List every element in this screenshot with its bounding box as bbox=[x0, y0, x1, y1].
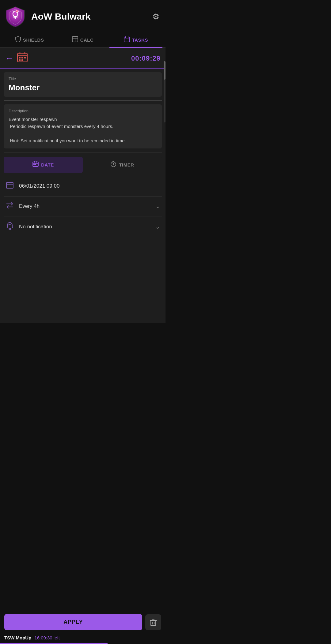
app-header: ? AoW Bulwark ⚙ bbox=[0, 0, 166, 32]
svg-rect-19 bbox=[19, 59, 21, 61]
svg-rect-20 bbox=[21, 59, 23, 61]
date-mode-label: DATE bbox=[41, 162, 54, 167]
divider-1 bbox=[4, 100, 162, 101]
repeat-value: Every 4h bbox=[19, 203, 155, 209]
tab-shields[interactable]: SHIELDS bbox=[3, 32, 56, 47]
date-mode-icon bbox=[32, 161, 39, 169]
date-icon bbox=[6, 182, 14, 191]
task-title: Monster bbox=[9, 83, 157, 92]
notification-setting-row[interactable]: No notification ⌄ bbox=[4, 216, 162, 237]
svg-rect-18 bbox=[24, 57, 26, 58]
svg-rect-8 bbox=[124, 37, 130, 42]
main-content: ← 00:09:29 Title Monster Description Eve… bbox=[0, 48, 166, 323]
tasks-icon bbox=[124, 36, 130, 44]
title-card: Title Monster bbox=[4, 72, 162, 97]
nav-tabs: SHIELDS CALC TASKS bbox=[0, 32, 166, 48]
app-title: AoW Bulwark bbox=[31, 11, 152, 22]
countdown-timer: 00:09:29 bbox=[131, 54, 161, 62]
shields-icon bbox=[15, 36, 21, 44]
tab-tasks[interactable]: TASKS bbox=[109, 32, 162, 47]
notification-value: No notification bbox=[19, 224, 155, 230]
notification-icon bbox=[6, 222, 14, 232]
title-label: Title bbox=[9, 77, 157, 81]
svg-rect-16 bbox=[19, 57, 21, 58]
sub-header: ← 00:09:29 bbox=[0, 48, 166, 69]
scroll-track[interactable] bbox=[164, 61, 166, 122]
date-setting-row[interactable]: 06/01/2021 09:00 bbox=[4, 176, 162, 197]
calendar-header-icon bbox=[17, 52, 28, 65]
repeat-icon bbox=[6, 202, 14, 211]
scroll-thumb bbox=[164, 61, 166, 80]
notification-chevron: ⌄ bbox=[155, 223, 160, 230]
description-text: Event monster respawn Periodic respawn o… bbox=[9, 116, 157, 144]
settings-section: 06/01/2021 09:00 Every 4h ⌄ No notificat… bbox=[0, 173, 166, 240]
svg-point-35 bbox=[9, 228, 11, 230]
shields-tab-label: SHIELDS bbox=[23, 37, 44, 43]
back-button[interactable]: ← bbox=[5, 54, 13, 63]
description-label: Description bbox=[9, 109, 157, 113]
svg-rect-17 bbox=[21, 57, 23, 58]
calc-tab-label: CALC bbox=[80, 37, 94, 43]
svg-rect-31 bbox=[6, 182, 13, 188]
timer-mode-icon bbox=[110, 161, 116, 169]
mode-tab-timer[interactable]: TIMER bbox=[83, 157, 162, 173]
date-value: 06/01/2021 09:00 bbox=[19, 183, 160, 189]
tab-calc[interactable]: CALC bbox=[56, 32, 109, 47]
description-card: Description Event monster respawn Period… bbox=[4, 104, 162, 148]
tasks-tab-label: TASKS bbox=[132, 37, 148, 43]
calc-icon bbox=[72, 36, 78, 44]
repeat-chevron: ⌄ bbox=[155, 203, 160, 210]
repeat-setting-row[interactable]: Every 4h ⌄ bbox=[4, 197, 162, 216]
app-logo: ? bbox=[4, 6, 26, 28]
mode-tabs: DATE TIMER bbox=[4, 157, 162, 173]
svg-text:?: ? bbox=[17, 11, 17, 13]
mode-tab-date[interactable]: DATE bbox=[4, 157, 83, 173]
timer-mode-label: TIMER bbox=[119, 162, 134, 167]
settings-icon[interactable]: ⚙ bbox=[152, 12, 159, 21]
svg-point-2 bbox=[14, 17, 16, 19]
divider-2 bbox=[4, 152, 162, 152]
svg-rect-26 bbox=[35, 164, 36, 165]
svg-rect-25 bbox=[33, 164, 35, 165]
svg-line-29 bbox=[113, 164, 114, 165]
